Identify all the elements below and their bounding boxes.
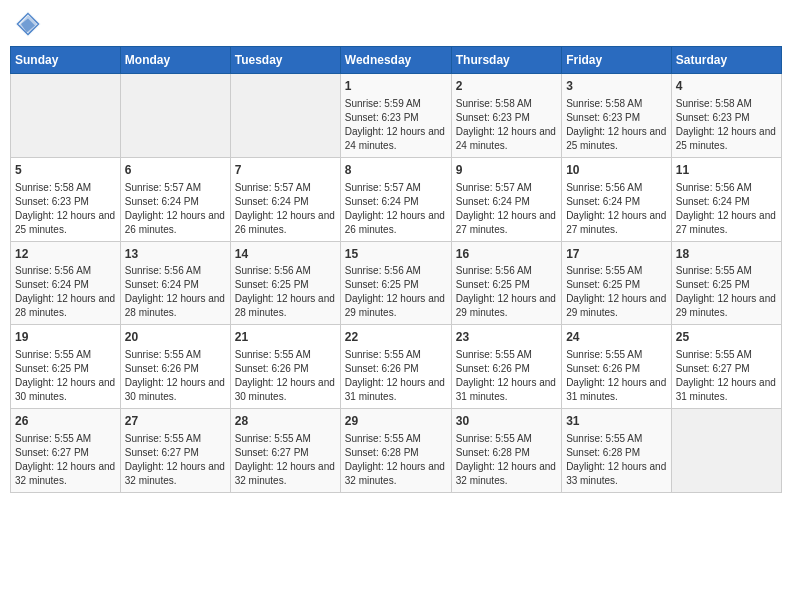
day-number: 13 xyxy=(125,246,226,263)
day-number: 16 xyxy=(456,246,557,263)
day-number: 11 xyxy=(676,162,777,179)
day-number: 4 xyxy=(676,78,777,95)
day-info: Sunrise: 5:57 AM Sunset: 6:24 PM Dayligh… xyxy=(456,181,557,237)
day-info: Sunrise: 5:55 AM Sunset: 6:26 PM Dayligh… xyxy=(566,348,667,404)
day-info: Sunrise: 5:55 AM Sunset: 6:27 PM Dayligh… xyxy=(15,432,116,488)
calendar-cell: 3Sunrise: 5:58 AM Sunset: 6:23 PM Daylig… xyxy=(562,74,672,158)
calendar-week-3: 12Sunrise: 5:56 AM Sunset: 6:24 PM Dayli… xyxy=(11,241,782,325)
calendar-cell: 15Sunrise: 5:56 AM Sunset: 6:25 PM Dayli… xyxy=(340,241,451,325)
day-info: Sunrise: 5:56 AM Sunset: 6:25 PM Dayligh… xyxy=(456,264,557,320)
day-number: 20 xyxy=(125,329,226,346)
day-number: 25 xyxy=(676,329,777,346)
day-info: Sunrise: 5:56 AM Sunset: 6:24 PM Dayligh… xyxy=(15,264,116,320)
calendar-cell: 30Sunrise: 5:55 AM Sunset: 6:28 PM Dayli… xyxy=(451,409,561,493)
calendar-cell: 12Sunrise: 5:56 AM Sunset: 6:24 PM Dayli… xyxy=(11,241,121,325)
calendar-cell: 7Sunrise: 5:57 AM Sunset: 6:24 PM Daylig… xyxy=(230,157,340,241)
day-info: Sunrise: 5:55 AM Sunset: 6:26 PM Dayligh… xyxy=(125,348,226,404)
day-info: Sunrise: 5:55 AM Sunset: 6:26 PM Dayligh… xyxy=(345,348,447,404)
day-number: 27 xyxy=(125,413,226,430)
day-info: Sunrise: 5:55 AM Sunset: 6:27 PM Dayligh… xyxy=(676,348,777,404)
calendar-cell xyxy=(671,409,781,493)
day-number: 22 xyxy=(345,329,447,346)
calendar-cell: 11Sunrise: 5:56 AM Sunset: 6:24 PM Dayli… xyxy=(671,157,781,241)
day-number: 24 xyxy=(566,329,667,346)
calendar-cell: 29Sunrise: 5:55 AM Sunset: 6:28 PM Dayli… xyxy=(340,409,451,493)
calendar-cell: 18Sunrise: 5:55 AM Sunset: 6:25 PM Dayli… xyxy=(671,241,781,325)
calendar-cell: 9Sunrise: 5:57 AM Sunset: 6:24 PM Daylig… xyxy=(451,157,561,241)
calendar-cell: 21Sunrise: 5:55 AM Sunset: 6:26 PM Dayli… xyxy=(230,325,340,409)
day-info: Sunrise: 5:55 AM Sunset: 6:26 PM Dayligh… xyxy=(456,348,557,404)
weekday-header-friday: Friday xyxy=(562,47,672,74)
day-info: Sunrise: 5:58 AM Sunset: 6:23 PM Dayligh… xyxy=(566,97,667,153)
day-info: Sunrise: 5:57 AM Sunset: 6:24 PM Dayligh… xyxy=(235,181,336,237)
day-number: 21 xyxy=(235,329,336,346)
page-header xyxy=(10,10,782,38)
calendar-cell: 20Sunrise: 5:55 AM Sunset: 6:26 PM Dayli… xyxy=(120,325,230,409)
day-number: 26 xyxy=(15,413,116,430)
calendar-cell: 17Sunrise: 5:55 AM Sunset: 6:25 PM Dayli… xyxy=(562,241,672,325)
day-info: Sunrise: 5:57 AM Sunset: 6:24 PM Dayligh… xyxy=(345,181,447,237)
day-number: 17 xyxy=(566,246,667,263)
day-info: Sunrise: 5:55 AM Sunset: 6:27 PM Dayligh… xyxy=(125,432,226,488)
logo-icon xyxy=(14,10,42,38)
day-number: 15 xyxy=(345,246,447,263)
day-number: 28 xyxy=(235,413,336,430)
day-info: Sunrise: 5:58 AM Sunset: 6:23 PM Dayligh… xyxy=(676,97,777,153)
calendar-cell xyxy=(120,74,230,158)
calendar-cell: 16Sunrise: 5:56 AM Sunset: 6:25 PM Dayli… xyxy=(451,241,561,325)
calendar-week-5: 26Sunrise: 5:55 AM Sunset: 6:27 PM Dayli… xyxy=(11,409,782,493)
day-info: Sunrise: 5:56 AM Sunset: 6:25 PM Dayligh… xyxy=(345,264,447,320)
day-number: 18 xyxy=(676,246,777,263)
day-number: 1 xyxy=(345,78,447,95)
day-number: 30 xyxy=(456,413,557,430)
calendar-cell: 1Sunrise: 5:59 AM Sunset: 6:23 PM Daylig… xyxy=(340,74,451,158)
weekday-header-sunday: Sunday xyxy=(11,47,121,74)
day-number: 9 xyxy=(456,162,557,179)
calendar-cell: 24Sunrise: 5:55 AM Sunset: 6:26 PM Dayli… xyxy=(562,325,672,409)
day-number: 10 xyxy=(566,162,667,179)
calendar-cell: 4Sunrise: 5:58 AM Sunset: 6:23 PM Daylig… xyxy=(671,74,781,158)
weekday-header-thursday: Thursday xyxy=(451,47,561,74)
calendar-cell: 14Sunrise: 5:56 AM Sunset: 6:25 PM Dayli… xyxy=(230,241,340,325)
calendar-cell xyxy=(11,74,121,158)
day-info: Sunrise: 5:55 AM Sunset: 6:26 PM Dayligh… xyxy=(235,348,336,404)
day-info: Sunrise: 5:56 AM Sunset: 6:24 PM Dayligh… xyxy=(676,181,777,237)
day-info: Sunrise: 5:55 AM Sunset: 6:28 PM Dayligh… xyxy=(345,432,447,488)
day-number: 2 xyxy=(456,78,557,95)
day-info: Sunrise: 5:58 AM Sunset: 6:23 PM Dayligh… xyxy=(15,181,116,237)
calendar-cell: 27Sunrise: 5:55 AM Sunset: 6:27 PM Dayli… xyxy=(120,409,230,493)
weekday-header-saturday: Saturday xyxy=(671,47,781,74)
calendar-cell: 5Sunrise: 5:58 AM Sunset: 6:23 PM Daylig… xyxy=(11,157,121,241)
calendar-cell: 31Sunrise: 5:55 AM Sunset: 6:28 PM Dayli… xyxy=(562,409,672,493)
calendar-cell: 28Sunrise: 5:55 AM Sunset: 6:27 PM Dayli… xyxy=(230,409,340,493)
weekday-header-monday: Monday xyxy=(120,47,230,74)
weekday-header-tuesday: Tuesday xyxy=(230,47,340,74)
day-info: Sunrise: 5:55 AM Sunset: 6:25 PM Dayligh… xyxy=(15,348,116,404)
day-number: 7 xyxy=(235,162,336,179)
day-number: 29 xyxy=(345,413,447,430)
day-number: 31 xyxy=(566,413,667,430)
day-number: 3 xyxy=(566,78,667,95)
calendar-cell xyxy=(230,74,340,158)
logo xyxy=(14,10,46,38)
day-info: Sunrise: 5:57 AM Sunset: 6:24 PM Dayligh… xyxy=(125,181,226,237)
calendar-week-1: 1Sunrise: 5:59 AM Sunset: 6:23 PM Daylig… xyxy=(11,74,782,158)
calendar-cell: 25Sunrise: 5:55 AM Sunset: 6:27 PM Dayli… xyxy=(671,325,781,409)
calendar-cell: 8Sunrise: 5:57 AM Sunset: 6:24 PM Daylig… xyxy=(340,157,451,241)
day-info: Sunrise: 5:56 AM Sunset: 6:24 PM Dayligh… xyxy=(566,181,667,237)
calendar-cell: 26Sunrise: 5:55 AM Sunset: 6:27 PM Dayli… xyxy=(11,409,121,493)
calendar-cell: 6Sunrise: 5:57 AM Sunset: 6:24 PM Daylig… xyxy=(120,157,230,241)
calendar-cell: 23Sunrise: 5:55 AM Sunset: 6:26 PM Dayli… xyxy=(451,325,561,409)
day-number: 6 xyxy=(125,162,226,179)
day-info: Sunrise: 5:58 AM Sunset: 6:23 PM Dayligh… xyxy=(456,97,557,153)
day-info: Sunrise: 5:55 AM Sunset: 6:25 PM Dayligh… xyxy=(676,264,777,320)
day-info: Sunrise: 5:55 AM Sunset: 6:28 PM Dayligh… xyxy=(566,432,667,488)
calendar-week-2: 5Sunrise: 5:58 AM Sunset: 6:23 PM Daylig… xyxy=(11,157,782,241)
day-number: 19 xyxy=(15,329,116,346)
calendar-cell: 2Sunrise: 5:58 AM Sunset: 6:23 PM Daylig… xyxy=(451,74,561,158)
calendar-week-4: 19Sunrise: 5:55 AM Sunset: 6:25 PM Dayli… xyxy=(11,325,782,409)
day-number: 14 xyxy=(235,246,336,263)
calendar-cell: 19Sunrise: 5:55 AM Sunset: 6:25 PM Dayli… xyxy=(11,325,121,409)
day-info: Sunrise: 5:59 AM Sunset: 6:23 PM Dayligh… xyxy=(345,97,447,153)
weekday-header-row: SundayMondayTuesdayWednesdayThursdayFrid… xyxy=(11,47,782,74)
